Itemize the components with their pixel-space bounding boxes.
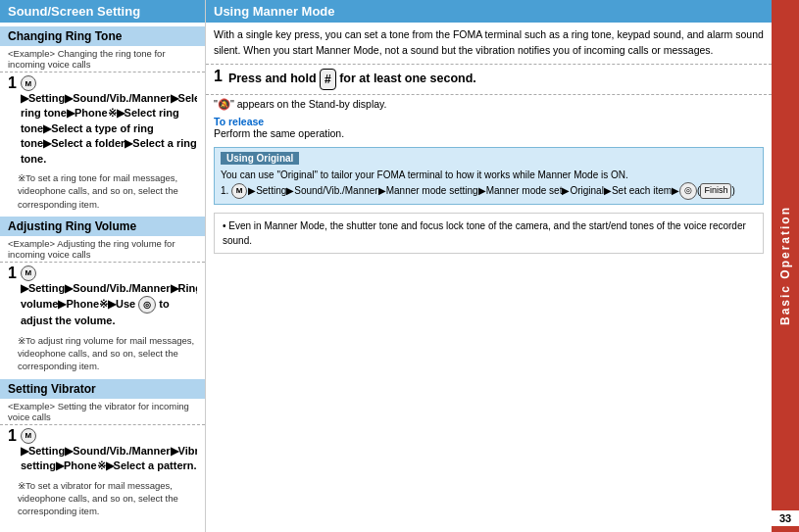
right-step-block: 1 Press and hold # for at least one seco… xyxy=(206,65,772,95)
example-ring-volume: <Example> Adjusting the ring volume for … xyxy=(0,236,205,263)
right-column: Using Manner Mode With a single key pres… xyxy=(206,0,772,532)
using-original-body: You can use "Original" to tailor your FO… xyxy=(221,168,757,200)
menu-icon-vibrator: M xyxy=(21,428,36,444)
step-content-vibrator: M▶Setting▶Sound/Vib./Manner▶Vibrator set… xyxy=(21,428,197,474)
example-vibrator: <Example> Setting the vibrator for incom… xyxy=(0,399,205,425)
signal-icon: 🔕 xyxy=(218,98,230,110)
right-section-header: Using Manner Mode xyxy=(206,0,772,23)
example-changing-ringtone: <Example> Changing the ring tone for inc… xyxy=(0,46,205,73)
subsection-changing-ringtone: Changing Ring Tone xyxy=(0,26,205,46)
subsection-vibrator: Setting Vibrator xyxy=(0,379,205,399)
note-vibrator: ※To set a vibrator for mail messages, vi… xyxy=(0,477,205,520)
subsection-ring-volume: Adjusting Ring Volume xyxy=(0,217,205,236)
main-section-header: Sound/Screen Setting xyxy=(0,0,205,23)
right-step-num: 1 xyxy=(214,69,223,84)
using-original-header: Using Original xyxy=(221,152,299,165)
step-block-ringtone: 1 M▶Setting▶Sound/Vib./Manner▶Select rin… xyxy=(0,73,205,169)
menu-icon-ringtone: M xyxy=(21,75,36,91)
finish-circle-icon: ◎ xyxy=(679,182,697,200)
using-original-step: 1. M▶Setting▶Sound/Vib./Manner▶Manner mo… xyxy=(221,185,735,196)
step-block-vibrator: 1 M▶Setting▶Sound/Vib./Manner▶Vibrator s… xyxy=(0,425,205,477)
sidebar-label: Basic Operation xyxy=(778,206,792,325)
circle-nav-icon: ◎ xyxy=(138,296,156,314)
bullet-note-box: • Even in Manner Mode, the shutter tone … xyxy=(214,213,764,254)
step-num-volume: 1 xyxy=(8,266,17,281)
menu-icon-original: M xyxy=(231,183,247,199)
bullet-note-text: • Even in Manner Mode, the shutter tone … xyxy=(223,220,746,246)
left-column: Sound/Screen Setting Changing Ring Tone … xyxy=(0,0,206,532)
step-content-volume: M▶Setting▶Sound/Vib./Manner▶Ring volume▶… xyxy=(21,266,197,329)
right-step-content: Press and hold # for at least one second… xyxy=(228,69,764,90)
hash-key-icon: # xyxy=(320,69,336,90)
step-sub-text: "🔕" appears on the Stand-by display. xyxy=(206,95,772,114)
to-release-text: Perform the same operation. xyxy=(206,127,772,143)
using-original-box: Using Original You can use "Original" to… xyxy=(214,147,764,205)
right-intro-text: With a single key press, you can set a t… xyxy=(206,23,772,65)
step-content-ringtone: M▶Setting▶Sound/Vib./Manner▶Select ring … xyxy=(21,75,197,167)
quote-close-icon: " xyxy=(230,98,234,110)
step-num-ringtone: 1 xyxy=(8,75,17,91)
note-volume: ※To adjust ring volume for mail messages… xyxy=(0,332,205,375)
note-ringtone: ※To set a ring tone for mail messages, v… xyxy=(0,169,205,213)
finish-label: Finish xyxy=(700,183,731,199)
menu-icon-volume: M xyxy=(21,266,36,281)
step-block-volume: 1 M▶Setting▶Sound/Vib./Manner▶Ring volum… xyxy=(0,263,205,332)
page-number: 33 xyxy=(772,510,799,526)
sidebar: Basic Operation 33 xyxy=(772,0,799,532)
to-release-label: To release xyxy=(206,114,772,127)
step-num-vibrator: 1 xyxy=(8,428,17,444)
